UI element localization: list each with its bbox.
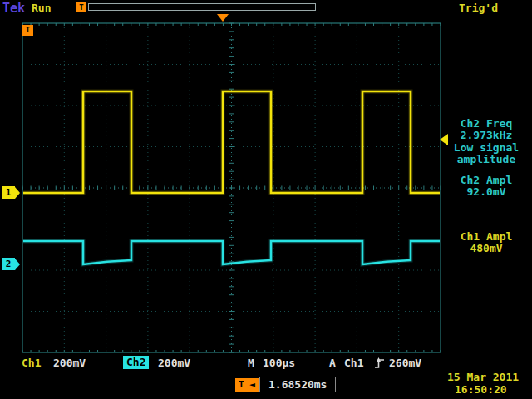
trigger-time-marker-icon: T — [22, 25, 33, 36]
timebase-label: M — [248, 357, 254, 369]
ch1-ampl-label: Ch1 Ampl — [442, 230, 530, 243]
ch2-marker-arrow-icon — [15, 259, 20, 270]
ch2-trace — [23, 241, 440, 264]
ch2-ground-marker: 2 — [2, 258, 20, 270]
brand-logo: Tek — [2, 1, 25, 16]
ch1-marker-label: 1 — [2, 186, 15, 199]
ch2-scale-value: 200mV — [158, 357, 190, 369]
ch2-marker-label: 2 — [2, 258, 15, 270]
ch2-freq-label: Ch2 Freq — [442, 117, 530, 130]
ch1-ground-marker: 1 — [2, 186, 20, 199]
trigger-status: Trig'd — [459, 2, 498, 14]
date-display: 15 Mar 2011 — [447, 371, 519, 383]
record-view-bar — [88, 3, 316, 11]
trigger-record-marker-icon: T — [76, 2, 86, 12]
signal-warning-line2: amplitude — [442, 153, 530, 165]
delay-marker-arrow-icon: ◄ — [249, 379, 255, 390]
trigger-source-prefix: A — [329, 357, 336, 369]
acquisition-state: Run — [32, 2, 51, 14]
delay-marker-box: T ◄ — [235, 378, 259, 392]
trigger-position-icon — [217, 14, 229, 22]
ch2-freq-value: 2.973kHz — [442, 129, 530, 141]
ch2-ampl-value: 92.0mV — [442, 185, 530, 198]
rising-edge-icon — [374, 357, 385, 369]
graticule-and-traces — [0, 0, 532, 399]
time-display: 16:50:20 — [455, 383, 507, 396]
ch1-ampl-value: 480mV — [442, 242, 530, 254]
signal-warning-line1: Low signal — [442, 141, 530, 154]
oscilloscope-screen: Tek Run T Trig'd T 1 2 Ch2 Freq 2.973kHz… — [0, 0, 532, 399]
delay-readout: 1.68520ms — [259, 377, 336, 392]
graticule-grid — [22, 23, 441, 352]
ch2-ampl-label: Ch2 Ampl — [442, 174, 530, 186]
ch2-scale-label: Ch2 — [123, 356, 149, 369]
trigger-level-value: 260mV — [389, 357, 421, 369]
delay-marker-t: T — [239, 379, 244, 390]
ch1-trace — [23, 91, 440, 193]
trigger-source-value: Ch1 — [344, 357, 363, 369]
timebase-value: 100µs — [263, 357, 295, 369]
ch1-scale-label: Ch1 — [22, 357, 41, 369]
ch1-scale-value: 200mV — [53, 357, 86, 369]
ch1-marker-arrow-icon — [15, 187, 20, 199]
